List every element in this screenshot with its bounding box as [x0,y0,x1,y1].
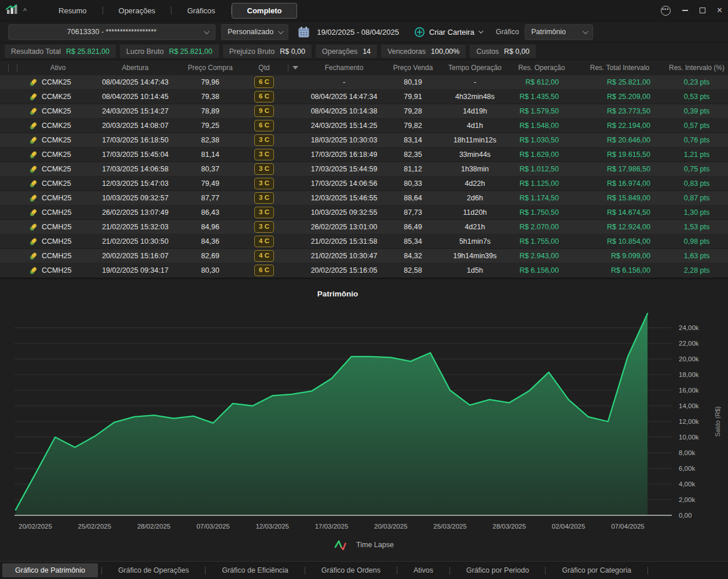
column-header-res-total-intervalo[interactable]: Res. Total Intervalo [574,64,665,72]
cell-fechamento: 17/03/2025 16:18:49 [303,151,385,159]
sort-descending-icon[interactable] [288,66,303,69]
cell-res-total-intervalo: R$ 25.821,00 [574,78,665,86]
table-row[interactable]: CCMH2510/03/2025 09:32:5787,773 C12/03/2… [0,191,728,206]
tab-completo[interactable]: Completo [232,3,298,19]
cell-abertura: 24/03/2025 15:14:27 [90,107,180,115]
table-row[interactable]: CCMK2524/03/2025 15:14:2778,899 C08/04/2… [0,104,728,119]
close-icon[interactable]: × [717,6,722,15]
stat-value: R$ 0,00 [280,47,305,56]
tab-operacoes[interactable]: Operações [103,3,171,19]
more-options-icon[interactable]: ••• [661,6,671,16]
create-portfolio-label: Criar Carteira [429,28,474,36]
column-header-preco-venda[interactable]: Preço Venda [385,64,441,72]
cell-res-intervalo-pct: 0,23 pts [665,78,728,86]
chart-type-select[interactable]: Patrimônio [525,24,593,40]
period-select[interactable]: Personalizado [221,24,288,40]
cell-fechamento: 21/02/2025 10:30:47 [303,252,385,260]
equity-chart-svg[interactable]: Patrimônio24,00k22,00k20,00k18,00k16,00k… [0,279,728,535]
cell-ativo: CCMK25 [25,179,90,188]
x-axis-tick: 20/03/2025 [374,523,408,530]
y-axis-tick: 20,00k [679,356,699,362]
x-axis-tick: 07/04/2025 [611,523,645,530]
minimize-icon[interactable] [682,10,688,11]
create-portfolio-button[interactable]: Criar Carteira [414,27,482,38]
cell-res-intervalo-pct: 0,53 pts [665,93,728,101]
y-axis-tick: 6,00k [679,465,695,472]
bottom-tab-ativos[interactable]: Ativos [401,563,446,577]
tab-resumo[interactable]: Resumo [43,3,102,19]
bottom-tab-grafico-de-patrimonio[interactable]: Gráfico de Patrimônio [2,563,98,577]
table-row[interactable]: CCMK2508/04/2025 10:14:4579,386 C08/04/2… [0,90,728,104]
column-header-qtd[interactable]: Qtd [240,64,288,72]
cell-res-total-intervalo: R$ 22.194,00 [574,122,665,130]
cell-qtd: 9 C [240,105,288,117]
cell-abertura: 17/03/2025 15:45:04 [90,151,180,159]
corn-icon [29,179,38,188]
cell-ativo: CCMK25 [25,93,90,101]
corn-icon [29,252,38,261]
cell-preco-venda: 79,91 [385,93,441,101]
table-row[interactable]: CCMK2517/03/2025 15:45:0481,143 C17/03/2… [0,148,728,162]
qtd-badge: 9 C [254,105,274,117]
tab-graficos[interactable]: Gráficos [171,3,231,19]
cell-preco-compra: 79,49 [180,179,240,188]
column-header-res-operacao[interactable]: Res. Operação [509,64,574,72]
table-row[interactable]: CCMH2519/02/2025 09:34:1780,306 C20/02/2… [0,263,728,278]
maximize-icon[interactable] [700,8,705,13]
table-row[interactable]: CCMK2508/04/2025 14:47:4379,966 C-80,19-… [0,75,728,90]
equity-area [16,313,647,515]
date-range-value[interactable]: 19/02/2025 - 08/04/2025 [317,28,399,36]
table-row[interactable]: CCMK2517/03/2025 16:18:5082,383 C18/03/2… [0,133,728,148]
chart-legend-label: Time Lapse [356,541,394,549]
cell-ativo: CCMK25 [25,165,90,174]
table-row[interactable]: CCMK2517/03/2025 14:06:5880,373 C17/03/2… [0,162,728,177]
account-select[interactable]: 70613330 - ****************** [8,24,215,40]
stat-chip: CustosR$ 0,00 [470,45,536,58]
cell-abertura: 17/03/2025 16:18:50 [90,136,180,144]
table-row[interactable]: CCMK2512/03/2025 15:47:0379,493 C17/03/2… [0,177,728,191]
table-row[interactable]: CCMK2520/03/2025 14:08:0779,256 C24/03/2… [0,119,728,133]
table-row[interactable]: CCMH2526/02/2025 13:07:4986,433 C10/03/2… [0,206,728,220]
cell-qtd: 3 C [240,207,288,218]
ativo-symbol: CCMK25 [42,179,71,188]
table-row[interactable]: CCMH2521/02/2025 10:30:5084,364 C21/02/2… [0,234,728,249]
chevron-down-icon [583,28,588,34]
corn-icon [29,78,38,87]
corn-icon [29,266,38,275]
qtd-badge: 3 C [254,207,274,218]
app-logo-chart-icon [6,4,20,17]
chart-type-value: Patrimônio [531,28,566,36]
column-header-ativo[interactable]: Ativo [25,64,90,72]
table-row[interactable]: CCMH2521/02/2025 15:32:0384,963 C26/02/2… [0,220,728,234]
bottom-tab-grafico-por-categoria[interactable]: Gráfico por Categoria [549,563,644,577]
column-header-abertura[interactable]: Abertura [90,64,180,72]
column-header-fechamento[interactable]: Fechamento [303,64,385,72]
y-axis-tick: 22,00k [679,340,699,347]
cell-res-operacao: R$ 1.030,50 [509,136,574,144]
cell-res-total-intervalo: R$ 14.674,50 [574,208,665,217]
bottom-tab-grafico-por-periodo[interactable]: Gráfico por Periodo [453,563,542,577]
bottom-tab-grafico-de-operacoes[interactable]: Gráfico de Operações [105,563,202,577]
calendar-icon[interactable] [298,26,310,38]
qtd-badge: 3 C [254,149,274,160]
stat-label: Vencedoras [387,47,426,56]
cell-res-operacao: R$ 1.174,50 [509,194,574,202]
ativo-symbol: CCMH25 [42,266,71,274]
bottom-tab-grafico-de-ordens[interactable]: Gráfico de Ordens [309,563,393,577]
cell-qtd: 3 C [240,178,288,189]
cell-res-intervalo-pct: 1,30 pts [665,208,728,217]
tab-separator [647,567,648,574]
column-header-tempo-operacao[interactable]: Tempo Operação [441,64,509,72]
chart-title: Patrimônio [317,290,358,298]
x-axis-tick: 02/04/2025 [552,523,586,530]
column-header-res-intervalo-pct[interactable]: Res. Intervalo (%) [665,64,728,72]
corn-icon [29,107,38,116]
bottom-tab-grafico-de-eficiencia[interactable]: Gráfico de Eficiência [209,563,301,577]
qtd-badge: 3 C [254,178,274,189]
cell-preco-compra: 82,38 [180,136,240,144]
column-header-preco-compra[interactable]: Preço Compra [180,64,240,72]
chart-legend: Time Lapse [0,535,728,555]
cell-preco-compra: 84,36 [180,237,240,245]
collapse-chevron-icon[interactable]: ^ [23,6,27,15]
table-row[interactable]: CCMH2520/02/2025 15:16:0782,694 C21/02/2… [0,249,728,263]
